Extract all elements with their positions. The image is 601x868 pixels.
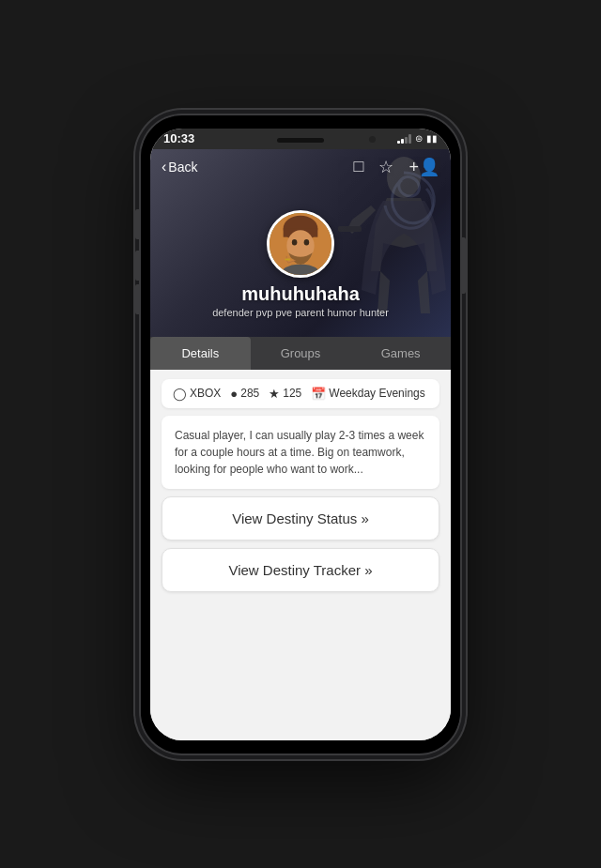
platform-label: XBOX	[190, 387, 221, 400]
username: muhuhuhaha	[241, 283, 360, 305]
svg-point-7	[304, 238, 310, 244]
availability-item: 📅 Weekday Evenings	[311, 387, 425, 401]
user-bio: defender pvp pve parent humor hunter	[212, 307, 389, 318]
tab-details[interactable]: Details	[150, 337, 251, 370]
nav-bar: ‹ Back □ ☆ +👤	[150, 149, 451, 185]
status-icons: ⊜ ▮▮	[397, 133, 438, 144]
battery-icon: ▮▮	[426, 133, 438, 144]
wifi-icon: ⊜	[415, 133, 423, 144]
destiny-tracker-button[interactable]: View Destiny Tracker »	[162, 548, 439, 592]
nav-actions: □ ☆ +👤	[354, 157, 439, 177]
star-item: ★ 125	[269, 387, 301, 401]
back-label: Back	[168, 160, 197, 175]
skill-item: ● 285	[230, 387, 259, 401]
xbox-icon: ◯	[173, 387, 187, 401]
content-area: ◯ XBOX ● 285 ★ 125 📅 Weekday Evenings	[150, 370, 451, 740]
star-rating: 125	[283, 387, 301, 400]
star-rating-icon: ★	[269, 387, 280, 401]
phone-body: 10:33 ⊜ ▮▮	[141, 115, 460, 754]
signal-icon	[397, 134, 411, 144]
screen: 10:33 ⊜ ▮▮	[150, 129, 451, 740]
tab-games[interactable]: Games	[350, 337, 451, 370]
platform-item: ◯ XBOX	[173, 387, 221, 401]
back-button[interactable]: ‹ Back	[162, 159, 197, 175]
description-card: Casual player, I can usually play 2-3 ti…	[162, 416, 439, 489]
favorite-icon[interactable]: ☆	[378, 157, 393, 177]
svg-point-6	[292, 238, 298, 244]
destiny-status-button[interactable]: View Destiny Status »	[162, 496, 439, 541]
calendar-icon: 📅	[311, 387, 326, 401]
hero-section: ‹ Back □ ☆ +👤	[150, 149, 451, 337]
stats-row: ◯ XBOX ● 285 ★ 125 📅 Weekday Evenings	[162, 379, 439, 408]
tab-groups[interactable]: Groups	[251, 337, 351, 370]
tabs-bar: Details Groups Games	[150, 337, 451, 370]
avatar	[267, 210, 334, 278]
svg-rect-8	[285, 258, 291, 260]
description-text: Casual player, I can usually play 2-3 ti…	[175, 429, 424, 476]
skill-icon: ●	[230, 387, 238, 401]
back-chevron-icon: ‹	[162, 159, 166, 175]
add-friend-icon[interactable]: +👤	[408, 157, 439, 177]
skill-rating: 285	[240, 387, 259, 400]
avatar-image	[270, 213, 331, 275]
message-icon[interactable]: □	[354, 157, 364, 176]
availability-label: Weekday Evenings	[329, 387, 425, 400]
speaker-bar	[277, 138, 324, 143]
avatar-section: muhuhuhaha defender pvp pve parent humor…	[150, 210, 451, 318]
phone-frame: 10:33 ⊜ ▮▮	[141, 115, 460, 754]
camera-dot	[369, 136, 376, 143]
destiny-status-label: View Destiny Status »	[232, 510, 369, 526]
status-time: 10:33	[163, 131, 194, 145]
destiny-tracker-label: View Destiny Tracker »	[228, 562, 372, 578]
